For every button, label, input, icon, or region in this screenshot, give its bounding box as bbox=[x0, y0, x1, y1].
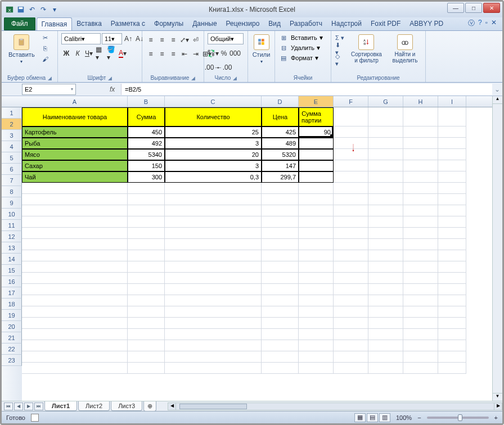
comma-icon[interactable]: 000 bbox=[230, 48, 240, 58]
cell-B20[interactable] bbox=[128, 329, 165, 340]
format-painter-icon[interactable]: 🖌 bbox=[40, 55, 51, 64]
align-bottom-icon[interactable]: ≡ bbox=[168, 35, 178, 45]
cell-I17[interactable] bbox=[438, 295, 466, 306]
cell-A17[interactable] bbox=[22, 295, 128, 306]
cell-I16[interactable] bbox=[438, 284, 466, 295]
cell-G18[interactable] bbox=[368, 306, 403, 318]
wrap-text-icon[interactable]: ⏎ bbox=[191, 35, 201, 45]
cell-D1[interactable]: Цена bbox=[262, 107, 299, 126]
cell-C20[interactable] bbox=[165, 329, 262, 340]
cell-G5[interactable] bbox=[368, 160, 403, 171]
scroll-up-icon[interactable]: ▲ bbox=[493, 96, 502, 104]
cell-C23[interactable] bbox=[165, 363, 262, 374]
clear-icon[interactable]: ◇ ▾ bbox=[335, 56, 345, 65]
cell-A3[interactable]: Рыба bbox=[22, 138, 128, 149]
cell-E16[interactable] bbox=[299, 284, 334, 295]
qat-dropdown-icon[interactable]: ▾ bbox=[50, 5, 59, 14]
fill-icon[interactable]: ⬇ ▾ bbox=[335, 44, 345, 53]
cell-B13[interactable] bbox=[128, 250, 165, 261]
cell-B9[interactable] bbox=[128, 205, 165, 216]
cell-H10[interactable] bbox=[403, 216, 438, 228]
save-icon[interactable] bbox=[16, 5, 25, 14]
format-cells-button[interactable]: ▤Формат ▾ bbox=[278, 53, 318, 62]
cell-F23[interactable] bbox=[334, 363, 368, 374]
cell-C1[interactable]: Количество bbox=[165, 107, 262, 126]
cell-B7[interactable] bbox=[128, 183, 165, 194]
dialog-launcher-icon[interactable]: ◢ bbox=[108, 75, 112, 81]
cell-D14[interactable] bbox=[262, 261, 299, 273]
cell-H23[interactable] bbox=[403, 363, 438, 374]
cell-G7[interactable] bbox=[368, 183, 403, 194]
row-header-23[interactable]: 23 bbox=[2, 355, 22, 366]
col-header-G[interactable]: G bbox=[368, 96, 403, 107]
next-sheet-button[interactable]: ▶ bbox=[24, 403, 33, 410]
cell-G17[interactable] bbox=[368, 295, 403, 306]
scroll-right-icon[interactable]: ▶ bbox=[494, 403, 502, 410]
cell-G12[interactable] bbox=[368, 239, 403, 250]
row-header-7[interactable]: 7 bbox=[2, 175, 22, 186]
cell-B6[interactable]: 300 bbox=[128, 171, 165, 183]
cell-I10[interactable] bbox=[438, 216, 466, 228]
page-break-button[interactable]: ▥ bbox=[379, 413, 390, 422]
cell-C8[interactable] bbox=[165, 194, 262, 205]
cell-D12[interactable] bbox=[262, 239, 299, 250]
cell-E17[interactable] bbox=[299, 295, 334, 306]
grow-font-icon[interactable]: A↑ bbox=[123, 34, 133, 44]
tab-главная[interactable]: Главная bbox=[37, 17, 73, 30]
col-header-B[interactable]: B bbox=[128, 96, 165, 107]
maximize-button[interactable]: □ bbox=[465, 3, 482, 13]
tab-рецензиро[interactable]: Рецензиро bbox=[222, 17, 264, 30]
cell-I5[interactable] bbox=[438, 160, 466, 171]
cell-D21[interactable] bbox=[262, 340, 299, 351]
row-header-14[interactable]: 14 bbox=[2, 254, 22, 265]
cell-G6[interactable] bbox=[368, 171, 403, 183]
cell-H21[interactable] bbox=[403, 340, 438, 351]
tab-разметка с[interactable]: Разметка с bbox=[106, 17, 150, 30]
row-header-13[interactable]: 13 bbox=[2, 242, 22, 254]
cell-C13[interactable] bbox=[165, 250, 262, 261]
cell-D4[interactable]: 5320 bbox=[262, 149, 299, 160]
cell-G3[interactable] bbox=[368, 138, 403, 149]
cell-D13[interactable] bbox=[262, 250, 299, 261]
cell-I12[interactable] bbox=[438, 239, 466, 250]
zoom-out-button[interactable]: − bbox=[417, 414, 421, 421]
cell-B23[interactable] bbox=[128, 363, 165, 374]
cell-F5[interactable] bbox=[334, 160, 368, 171]
cell-G13[interactable] bbox=[368, 250, 403, 261]
cell-E8[interactable] bbox=[299, 194, 334, 205]
cell-G14[interactable] bbox=[368, 261, 403, 273]
cell-I14[interactable] bbox=[438, 261, 466, 273]
cell-I20[interactable] bbox=[438, 329, 466, 340]
cell-C15[interactable] bbox=[165, 273, 262, 284]
styles-button[interactable]: Стили ▾ bbox=[251, 33, 271, 65]
tab-надстрой[interactable]: Надстрой bbox=[327, 17, 366, 30]
cell-H19[interactable] bbox=[403, 318, 438, 329]
cell-F16[interactable] bbox=[334, 284, 368, 295]
zoom-in-button[interactable]: + bbox=[494, 414, 498, 421]
cell-E4[interactable] bbox=[299, 149, 334, 160]
cell-C22[interactable] bbox=[165, 351, 262, 363]
cell-E3[interactable] bbox=[299, 138, 334, 149]
paste-button[interactable]: Вставить ▾ bbox=[5, 33, 38, 65]
cell-C16[interactable] bbox=[165, 284, 262, 295]
sheet-tab-Лист3[interactable]: Лист3 bbox=[111, 401, 142, 411]
cell-A10[interactable] bbox=[22, 216, 128, 228]
cell-D16[interactable] bbox=[262, 284, 299, 295]
sheet-tab-Лист2[interactable]: Лист2 bbox=[78, 401, 110, 411]
copy-icon[interactable]: ⎘ bbox=[40, 44, 51, 53]
cell-C17[interactable] bbox=[165, 295, 262, 306]
cell-F6[interactable] bbox=[334, 171, 368, 183]
cell-H20[interactable] bbox=[403, 329, 438, 340]
cell-E12[interactable] bbox=[299, 239, 334, 250]
cell-A18[interactable] bbox=[22, 306, 128, 318]
align-middle-icon[interactable]: ≡ bbox=[157, 35, 167, 45]
cell-A7[interactable] bbox=[22, 183, 128, 194]
cell-D9[interactable] bbox=[262, 205, 299, 216]
tab-формулы[interactable]: Формулы bbox=[150, 17, 188, 30]
cell-I8[interactable] bbox=[438, 194, 466, 205]
cell-F7[interactable] bbox=[334, 183, 368, 194]
cell-D8[interactable] bbox=[262, 194, 299, 205]
tab-разработч[interactable]: Разработч bbox=[285, 17, 327, 30]
sort-filter-button[interactable]: AЯ Сортировка и фильтр bbox=[347, 33, 386, 65]
row-header-22[interactable]: 22 bbox=[2, 343, 22, 355]
